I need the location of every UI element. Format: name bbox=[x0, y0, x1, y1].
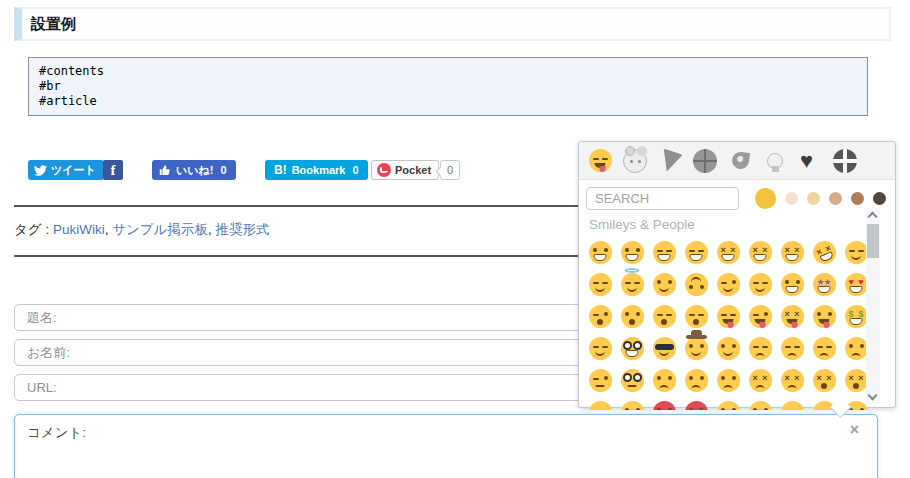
emoji-mouth bbox=[692, 385, 701, 390]
emoji-pensive-face[interactable] bbox=[808, 332, 840, 364]
emoji-expressionless-face[interactable] bbox=[776, 396, 808, 410]
tag-link-2[interactable]: サンプル掲示板 bbox=[112, 222, 208, 237]
pocket-icon bbox=[377, 163, 391, 177]
emoji-beaming-face[interactable] bbox=[680, 236, 712, 268]
emoji-tired-face[interactable]: ×× bbox=[808, 364, 840, 396]
emoji-category-tabs bbox=[579, 142, 895, 180]
emoji-angry-face[interactable] bbox=[616, 396, 648, 410]
emoji-face bbox=[781, 273, 804, 296]
emoji-relaxed-smiling-face[interactable] bbox=[584, 268, 616, 300]
emoji-grinning-squinting-face[interactable]: ×× bbox=[712, 236, 744, 268]
skin-tone-1[interactable] bbox=[755, 188, 776, 209]
emoji-cowboy-face[interactable] bbox=[680, 332, 712, 364]
emoji-mouth bbox=[594, 254, 607, 261]
emoji-zany-face[interactable] bbox=[776, 268, 808, 300]
emoji-grinning-face[interactable] bbox=[584, 236, 616, 268]
skin-tone-5[interactable] bbox=[851, 192, 864, 205]
emoji-winking-face[interactable] bbox=[712, 268, 744, 300]
emoji-kissing-smiling-eyes[interactable] bbox=[680, 300, 712, 332]
emoji-kissing-face[interactable] bbox=[616, 300, 648, 332]
skin-tone-6[interactable] bbox=[873, 192, 886, 205]
emoji-rolling-on-floor-laughing[interactable]: ×× bbox=[808, 236, 840, 268]
emoji-hugging-face[interactable] bbox=[584, 332, 616, 364]
emoji-face-with-tears-of-joy[interactable]: ×× bbox=[776, 236, 808, 268]
emoji-eye: × bbox=[826, 374, 831, 383]
tag-link-1[interactable]: PukiWiki bbox=[53, 222, 105, 237]
emoji-sunglasses-face[interactable] bbox=[648, 332, 680, 364]
emoji-eye bbox=[689, 314, 695, 316]
emoji-face bbox=[621, 369, 644, 392]
hatena-bookmark-button[interactable]: B! Bookmark 0 bbox=[265, 160, 368, 180]
emoji-monocle-face[interactable] bbox=[616, 364, 648, 396]
category-tab-flags[interactable] bbox=[832, 148, 858, 174]
category-tab-activity[interactable] bbox=[692, 148, 718, 174]
emoji-face-raised-eyebrow[interactable] bbox=[584, 364, 616, 396]
emoji-pouting-face[interactable] bbox=[648, 396, 680, 410]
category-tab-food-drink[interactable] bbox=[657, 148, 683, 174]
tweet-button[interactable]: ツイート bbox=[28, 160, 104, 180]
emoji-search-input[interactable] bbox=[586, 187, 739, 210]
emoji-slightly-frowning-face[interactable] bbox=[680, 364, 712, 396]
emoji-face-blowing-kiss[interactable] bbox=[584, 300, 616, 332]
skin-tone-3[interactable] bbox=[807, 192, 820, 205]
emoji-grinning-face-with-sweat[interactable]: ×× bbox=[744, 236, 776, 268]
emoji-squinting-tongue-face[interactable]: ×× bbox=[776, 300, 808, 332]
emoji-relieved-face[interactable] bbox=[744, 268, 776, 300]
emoji-star-struck[interactable]: ★★ bbox=[808, 268, 840, 300]
category-tab-objects[interactable] bbox=[762, 148, 788, 174]
emoji-face-without-mouth[interactable] bbox=[712, 396, 744, 410]
emoji-face bbox=[813, 305, 836, 328]
emoji-disappointed-face[interactable] bbox=[776, 332, 808, 364]
emoji-confused-face[interactable] bbox=[648, 364, 680, 396]
emoji-winking-tongue-face[interactable] bbox=[744, 300, 776, 332]
comment-editor[interactable]: コメント: × bbox=[14, 414, 878, 478]
emoji-face bbox=[653, 337, 676, 360]
emoji-face bbox=[589, 369, 612, 392]
emoji-nerd-face[interactable] bbox=[616, 332, 648, 364]
emoji-cursing-face[interactable]: ×× bbox=[680, 396, 712, 410]
emoji-kissing-closed-eyes[interactable] bbox=[648, 300, 680, 332]
emoji-face: ×× bbox=[685, 401, 708, 411]
category-tab-travel-places[interactable] bbox=[727, 148, 753, 174]
emoji-face bbox=[653, 369, 676, 392]
emoji-confounded-face[interactable]: ×× bbox=[776, 364, 808, 396]
emoji-yum-face[interactable] bbox=[712, 300, 744, 332]
scroll-up-arrow-icon[interactable] bbox=[868, 212, 878, 222]
tag-link-3[interactable]: 推奨形式 bbox=[215, 222, 269, 237]
emoji-picker-close-icon[interactable]: × bbox=[850, 422, 859, 438]
emoji-face bbox=[653, 305, 676, 328]
facebook-like-button[interactable]: いいね! 0 bbox=[152, 160, 236, 180]
emoji-slightly-smiling-face[interactable] bbox=[648, 268, 680, 300]
category-tab-symbols[interactable] bbox=[797, 148, 823, 174]
emoji-eye bbox=[732, 280, 736, 284]
emoji-frowning-face[interactable] bbox=[712, 364, 744, 396]
emoji-grinning-face-smiling-eyes[interactable] bbox=[648, 236, 680, 268]
category-tab-animals-nature[interactable] bbox=[622, 148, 648, 174]
pocket-button[interactable]: Pocket bbox=[371, 160, 439, 180]
emoji-unamused-face[interactable] bbox=[744, 332, 776, 364]
skin-tone-2[interactable] bbox=[785, 192, 798, 205]
emoji-eye bbox=[689, 344, 693, 348]
emoji-grinning-face-big-eyes[interactable] bbox=[616, 236, 648, 268]
page-title: 設置例 bbox=[22, 15, 76, 34]
emoji-eye bbox=[732, 376, 736, 380]
emoji-face-with-steam[interactable] bbox=[584, 396, 616, 410]
category-tab-smileys-people[interactable] bbox=[587, 148, 613, 174]
scroll-down-arrow-icon[interactable] bbox=[868, 391, 878, 401]
emoji-eye bbox=[785, 280, 789, 284]
emoji-eye bbox=[721, 376, 725, 380]
emoji-tongue-out-face[interactable] bbox=[808, 300, 840, 332]
scrollbar-thumb[interactable] bbox=[867, 224, 879, 258]
emoji-scrollbar[interactable] bbox=[866, 208, 880, 404]
emoji-face bbox=[589, 401, 612, 411]
emoji-persevering-face[interactable]: ×× bbox=[744, 364, 776, 396]
emoji-face: $$ bbox=[845, 305, 868, 328]
skin-tone-4[interactable] bbox=[829, 192, 842, 205]
emoji-mouth bbox=[819, 319, 830, 324]
emoji-neutral-face[interactable] bbox=[744, 396, 776, 410]
emoji-smiling-face-with-halo[interactable] bbox=[616, 268, 648, 300]
emoji-upside-down-face[interactable] bbox=[680, 268, 712, 300]
emoji-smirking-face[interactable] bbox=[712, 332, 744, 364]
emoji-face: ×× bbox=[781, 369, 804, 392]
facebook-share-button[interactable]: f bbox=[103, 160, 123, 180]
